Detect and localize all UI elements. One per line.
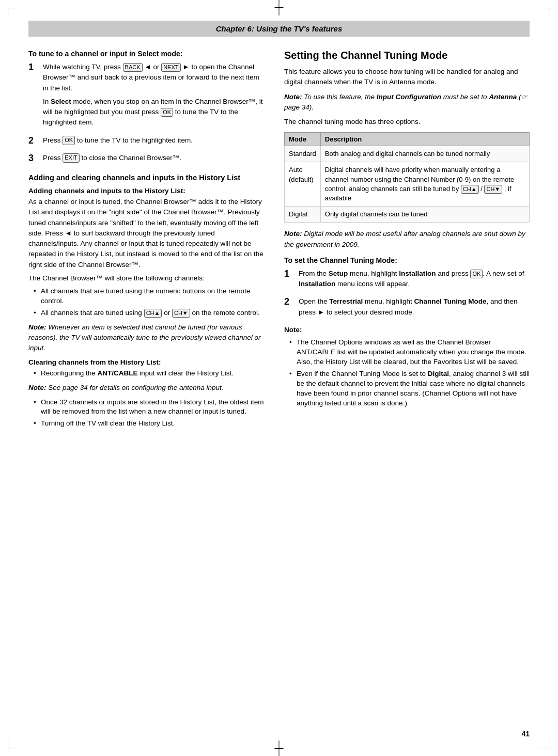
- bullet1-item1: All channels that are tuned using the nu…: [34, 287, 266, 306]
- next-icon: NEXT: [161, 63, 180, 72]
- table-row-auto: Auto(default) Digital channels will have…: [285, 162, 530, 207]
- set-step-1-text: From the Setup menu, highlight Installat…: [299, 269, 530, 290]
- corner-mark-tr: [540, 8, 550, 18]
- ok-icon: OK: [161, 108, 173, 117]
- note-see-page-block: Note: See page 34 for details on configu…: [28, 383, 266, 393]
- desc-standard: Both analog and digital channels can be …: [320, 146, 529, 162]
- table-row-digital: Digital Only digital channels can be tun…: [285, 207, 530, 223]
- to-set-heading: To set the Channel Tuning Mode:: [284, 256, 530, 264]
- ch-up-icon: CH▲: [144, 309, 162, 318]
- antenna-bold: Antenna: [489, 93, 517, 101]
- corner-mark-br: [540, 738, 550, 748]
- note-input-text2: must be set to: [441, 93, 489, 101]
- bullets3-list: Once 32 channels or inputs are stored in…: [34, 398, 266, 429]
- chapter-header: Chapter 6: Using the TV's features: [28, 21, 530, 37]
- right-column: Setting the Channel Tuning Mode This fea…: [284, 50, 530, 433]
- note-see-label: Note:: [28, 384, 48, 391]
- mode-digital: Digital: [285, 207, 321, 223]
- bullets2-list: Reconfiguring the ANT/CABLE input will c…: [34, 369, 266, 379]
- note-input-label: Note:: [284, 93, 304, 101]
- step-1: 1 While watching TV, press BACK ◄ or NEX…: [28, 62, 266, 131]
- mode-auto: Auto(default): [285, 162, 321, 207]
- ant-cable-bold: ANT/CABLE: [98, 369, 138, 377]
- exit-icon: EXIT: [63, 153, 79, 162]
- digital-bold: Digital: [428, 370, 449, 377]
- step-1-main: While watching TV, press BACK ◄ or NEXT …: [43, 62, 266, 93]
- note-cannot-text: Whenever an item is selected that cannot…: [28, 323, 260, 352]
- final-note-block: Note: The Channel Options windows as wel…: [284, 325, 530, 408]
- left-column: To tune to a channel or input in Select …: [28, 50, 266, 433]
- bullet3-item2: Turning off the TV will clear the Histor…: [34, 419, 266, 429]
- set-step-1-number: 1: [284, 269, 296, 280]
- adding-text: As a channel or input is tuned, the Chan…: [28, 197, 266, 270]
- step-3-number: 3: [28, 153, 40, 164]
- bullet1-item2: All channels that are tuned using CH▲ or…: [34, 308, 266, 318]
- ch-icon1: CH▲: [461, 185, 479, 194]
- crosshair-bottom: [279, 741, 280, 756]
- history-store-text: The Channel Browser™ will store the foll…: [28, 273, 266, 284]
- ok2-icon: OK: [63, 136, 75, 145]
- adding-heading: Adding and clearing channels and inputs …: [28, 174, 266, 182]
- set-step-2: 2 Open the Terrestrial menu, highlight C…: [284, 296, 530, 321]
- set-step-2-text: Open the Terrestrial menu, highlight Cha…: [299, 296, 530, 318]
- set-step-1-content: From the Setup menu, highlight Installat…: [299, 269, 530, 293]
- setup-bold: Setup: [329, 270, 348, 277]
- right-title: Setting the Channel Tuning Mode: [284, 50, 530, 61]
- clearing-heading: Clearing channels from the History List:: [28, 358, 266, 366]
- page-container: Chapter 6: Using the TV's features To tu…: [0, 0, 558, 756]
- table-row-standard: Standard Both analog and digital channel…: [285, 146, 530, 162]
- step-2-content: Press OK to tune the TV to the highlight…: [43, 135, 266, 149]
- desc-digital: Only digital channels can be tuned: [320, 207, 529, 223]
- note-digital-label: Note:: [284, 230, 304, 238]
- tune-heading: To tune to a channel or input in Select …: [28, 50, 266, 58]
- note-cannot-label: Note:: [28, 323, 48, 331]
- input-config-bold: Input Configuration: [377, 93, 441, 101]
- select-bold: Select: [51, 98, 71, 105]
- bullets1-list: All channels that are tuned using the nu…: [34, 287, 266, 318]
- step-3-content: Press EXIT to close the Channel Browser™…: [43, 153, 266, 166]
- installation2-bold: Installation: [299, 280, 335, 288]
- corner-mark-tl: [8, 8, 18, 18]
- note-input-config-block: Note: To use this feature, the Input Con…: [284, 92, 530, 113]
- installation-bold: Installation: [399, 270, 436, 277]
- terrestrial-bold: Terrestrial: [329, 297, 363, 305]
- step-1-sub: In Select mode, when you stop on an item…: [43, 97, 266, 128]
- ch-down-icon: CH▼: [172, 309, 190, 318]
- ok3-icon: OK: [470, 270, 483, 278]
- content-area: To tune to a channel or input in Select …: [28, 50, 530, 433]
- note-digital-mode-block: Note: Digital mode will be most useful a…: [284, 229, 530, 250]
- chapter-title: Chapter 6: Using the TV's features: [216, 24, 342, 33]
- right-intro: This feature allows you to choose how tu…: [284, 67, 530, 88]
- note-bullets-list: The Channel Options windows as well as t…: [289, 338, 530, 408]
- note-bullet2: Even if the Channel Tuning Mode is set t…: [289, 369, 530, 408]
- crosshair-top: [279, 0, 280, 15]
- step-2-number: 2: [28, 135, 40, 147]
- bullet2-item1: Reconfiguring the ANT/CABLE input will c…: [34, 369, 266, 379]
- step-1-content: While watching TV, press BACK ◄ or NEXT …: [43, 62, 266, 131]
- set-step-2-content: Open the Terrestrial menu, highlight Cha…: [299, 296, 530, 321]
- set-step-1: 1 From the Setup menu, highlight Install…: [284, 269, 530, 293]
- mode-table: Mode Description Standard Both analog an…: [284, 132, 530, 223]
- page-number: 41: [521, 730, 530, 738]
- set-step-2-number: 2: [284, 296, 296, 308]
- channel-tuning-bold: Channel Tuning Mode: [414, 297, 486, 305]
- options-text: The channel tuning mode has three option…: [284, 117, 530, 127]
- bullet3-item1: Once 32 channels or inputs are stored in…: [34, 398, 266, 417]
- step-1-number: 1: [28, 62, 40, 73]
- step-2: 2 Press OK to tune the TV to the highlig…: [28, 135, 266, 149]
- mode-standard: Standard: [285, 146, 321, 162]
- step-3: 3 Press EXIT to close the Channel Browse…: [28, 153, 266, 166]
- adding-sub-heading: Adding channels and inputs to the Histor…: [28, 187, 266, 195]
- note-see-text: See page 34 for details on configuring t…: [48, 384, 223, 391]
- final-note-label: Note:: [284, 325, 530, 335]
- note-cannot-block: Note: Whenever an item is selected that …: [28, 322, 266, 354]
- back-icon: BACK: [123, 63, 143, 72]
- note-input-text: To use this feature, the: [304, 93, 377, 101]
- step-3-main: Press EXIT to close the Channel Browser™…: [43, 153, 266, 163]
- table-header-description: Description: [320, 133, 529, 146]
- table-header-mode: Mode: [285, 133, 321, 146]
- corner-mark-bl: [8, 738, 18, 748]
- note-bullet1: The Channel Options windows as well as t…: [289, 338, 530, 367]
- step-2-main: Press OK to tune the TV to the highlight…: [43, 135, 266, 146]
- note-digital-text: Digital mode will be most useful after a…: [284, 230, 525, 248]
